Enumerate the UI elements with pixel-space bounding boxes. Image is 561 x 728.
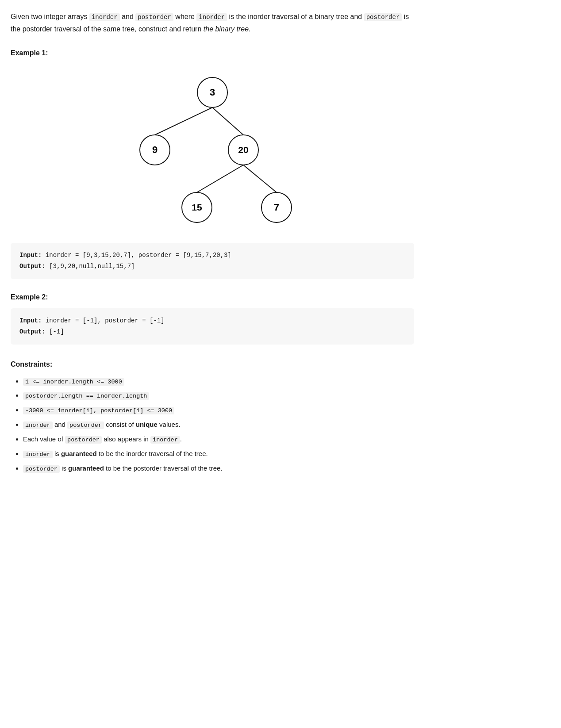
example-2-title: Example 2: bbox=[11, 291, 414, 303]
input-label-1: Input: bbox=[19, 252, 42, 259]
example-2-box: Input: inorder = [-1], postorder = [-1] … bbox=[11, 308, 414, 345]
constraint-7-bold: guaranteed bbox=[68, 464, 104, 472]
constraint-4-code-postorder: postorder bbox=[67, 421, 104, 429]
constraint-2: postorder.length == inorder.length bbox=[23, 390, 414, 402]
example-1-section: Example 1: 3 9 20 15 bbox=[11, 47, 414, 279]
constraint-4: inorder and postorder consist of unique … bbox=[23, 419, 414, 431]
edge-root-left bbox=[155, 107, 212, 135]
constraints-section: Constraints: 1 <= inorder.length <= 3000… bbox=[11, 359, 414, 475]
constraint-6-bold: guaranteed bbox=[61, 450, 97, 457]
example-2-output: Output: [-1] bbox=[19, 326, 405, 337]
node-3-label: 3 bbox=[210, 87, 215, 98]
constraints-title: Constraints: bbox=[11, 359, 414, 370]
node-7-label: 7 bbox=[274, 202, 279, 213]
constraint-7-code: postorder bbox=[23, 465, 60, 473]
constraint-2-code: postorder.length == inorder.length bbox=[23, 392, 149, 400]
problem-text: Given two integer arrays inorder and pos… bbox=[11, 11, 414, 35]
constraint-4-bold: unique bbox=[136, 421, 158, 428]
problem-description: Given two integer arrays inorder and pos… bbox=[11, 11, 414, 475]
constraints-list: 1 <= inorder.length <= 3000 postorder.le… bbox=[11, 375, 414, 475]
constraint-1-code: 1 <= inorder.length <= 3000 bbox=[23, 378, 124, 386]
node-20-label: 20 bbox=[238, 145, 248, 155]
output-value-1: [3,9,20,null,null,15,7] bbox=[49, 263, 134, 270]
output-value-2: [-1] bbox=[49, 328, 64, 335]
example-1-input: Input: inorder = [9,3,15,20,7], postorde… bbox=[19, 250, 405, 261]
output-label-2: Output: bbox=[19, 328, 46, 335]
input-value-2: inorder = [-1], postorder = [-1] bbox=[46, 317, 165, 324]
example-2-input: Input: inorder = [-1], postorder = [-1] bbox=[19, 315, 405, 326]
constraint-5-code-postorder: postorder bbox=[65, 436, 102, 444]
constraint-4-code-inorder: inorder bbox=[23, 421, 53, 429]
example-1-title: Example 1: bbox=[11, 47, 414, 59]
inorder-code-1: inorder bbox=[89, 13, 120, 21]
constraint-3: -3000 <= inorder[i], postorder[i] <= 300… bbox=[23, 404, 414, 416]
input-value-1: inorder = [9,3,15,20,7], postorder = [9,… bbox=[46, 252, 231, 259]
tree-svg: 3 9 20 15 7 bbox=[119, 66, 305, 234]
input-label-2: Input: bbox=[19, 317, 42, 324]
example-1-output: Output: [3,9,20,null,null,15,7] bbox=[19, 261, 405, 272]
tree-diagram: 3 9 20 15 7 bbox=[11, 66, 414, 234]
edge-20-right bbox=[243, 165, 277, 192]
constraint-6: inorder is guaranteed to be the inorder … bbox=[23, 448, 414, 460]
italic-text: the binary tree bbox=[204, 25, 249, 33]
inorder-code-2: inorder bbox=[196, 13, 227, 21]
constraint-3-code: -3000 <= inorder[i], postorder[i] <= 300… bbox=[23, 407, 174, 414]
constraint-7: postorder is guaranteed to be the postor… bbox=[23, 463, 414, 475]
output-label-1: Output: bbox=[19, 263, 46, 270]
postorder-code-1: postorder bbox=[135, 13, 173, 21]
constraint-1: 1 <= inorder.length <= 3000 bbox=[23, 375, 414, 387]
postorder-code-2: postorder bbox=[364, 13, 402, 21]
example-2-section: Example 2: Input: inorder = [-1], postor… bbox=[11, 291, 414, 345]
constraint-5: Each value of postorder also appears in … bbox=[23, 433, 414, 445]
node-9-label: 9 bbox=[152, 144, 158, 155]
edge-root-right bbox=[212, 107, 243, 135]
constraint-6-code: inorder bbox=[23, 451, 53, 458]
edge-20-left bbox=[197, 165, 243, 192]
constraint-5-code-inorder: inorder bbox=[150, 436, 180, 444]
node-15-label: 15 bbox=[192, 202, 202, 212]
example-1-box: Input: inorder = [9,3,15,20,7], postorde… bbox=[11, 243, 414, 279]
